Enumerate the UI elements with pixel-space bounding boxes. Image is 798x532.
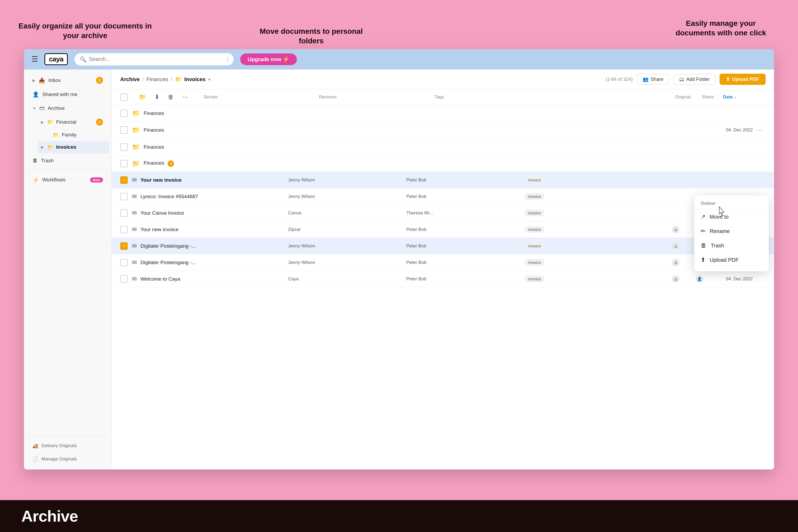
delete-icon[interactable]: 🗑 xyxy=(166,92,175,102)
row-checkbox-1[interactable] xyxy=(120,110,128,117)
bottom-bar: Archive xyxy=(0,500,798,532)
inbox-icon: 📥 xyxy=(39,77,45,83)
doc-icon: 📄 xyxy=(33,456,38,462)
context-menu-item-trash[interactable]: 🗑 Trash xyxy=(694,238,769,253)
more-options-icon[interactable]: ⋯ xyxy=(180,92,190,102)
table-row[interactable]: 📁 Finances 04. Dec 2022 ⋯ xyxy=(112,121,774,139)
row-original-10: 🖨 xyxy=(662,259,689,266)
select-all-checkbox[interactable] xyxy=(120,93,128,101)
table-row[interactable]: ✓ ✉ Digitaler Posteingang -... Jenny Wil… xyxy=(112,238,774,254)
row-checkbox-8[interactable] xyxy=(120,226,128,233)
sidebar-item-archive[interactable]: ▼ 🗃 Archive xyxy=(26,102,109,114)
row-receiver-5: Peter Bob xyxy=(406,177,525,183)
trash-icon: 🗑 xyxy=(33,157,38,164)
breadcrumb-chevron[interactable]: ▾ xyxy=(208,77,210,82)
sidebar-item-workflows[interactable]: ⚡ Workflows Beta xyxy=(26,173,109,186)
sidebar-item-invoices[interactable]: ▶ 📁 Invoices xyxy=(38,141,109,153)
col-date[interactable]: Date ↓ xyxy=(723,94,765,100)
context-menu-item-upload[interactable]: ⬆ Upload PDF xyxy=(694,253,769,267)
row-original-11: 🖨 xyxy=(662,275,689,283)
sidebar-item-delivery[interactable]: 🚚 Delivery Originals xyxy=(26,440,109,452)
row-tags-8: Invoice xyxy=(525,226,623,233)
context-menu-item-rename[interactable]: ✏ Rename xyxy=(694,224,769,238)
row-checkbox-5[interactable]: ✓ xyxy=(120,176,128,184)
table-row[interactable]: ✉ Your Canva Invoice Canva Theresa Wi...… xyxy=(112,205,774,221)
row-checkbox-9[interactable]: ✓ xyxy=(120,242,128,250)
row-tags-10: Invoice xyxy=(525,259,623,266)
sidebar-archive-children: ▶ 📁 Financial 2 📁 Family ▶ 📁 Invoices xyxy=(24,115,111,153)
menu-icon[interactable]: ☰ xyxy=(32,55,38,63)
table-row[interactable]: ✉ Welcome to Caya Caya Peter Bob Invoice… xyxy=(112,271,774,287)
sidebar-divider xyxy=(28,170,107,170)
row-name-2: Finances xyxy=(144,127,290,133)
breadcrumb-invoices[interactable]: Invoices xyxy=(184,76,206,82)
sidebar-item-manage[interactable]: 📄 Manage Originals xyxy=(26,453,109,465)
column-headers: Sender Receiver Tags Original Share Date… xyxy=(204,94,765,100)
row-name-9: Digitaler Posteingang -... xyxy=(140,243,288,249)
upgrade-button[interactable]: Upgrade now ⚡ xyxy=(240,54,297,65)
context-menu-label-upload: Upload PDF xyxy=(710,257,739,263)
share-icon-11: 👤 xyxy=(696,275,703,283)
envelope-icon-10: ✉ xyxy=(132,259,137,266)
sidebar-item-trash[interactable]: 🗑 Trash xyxy=(26,154,109,167)
chevron-down-icon: ▼ xyxy=(33,106,36,110)
table-row[interactable]: ✓ ✉ Your new invoice Jenny Wilson Peter … xyxy=(112,172,774,188)
shared-icon: 👤 xyxy=(33,91,39,98)
share-button[interactable]: 👥 Share xyxy=(637,74,669,84)
context-menu-item-move[interactable]: ↗ Move to xyxy=(694,210,769,224)
download-icon[interactable]: ⬇ xyxy=(153,92,161,102)
sidebar-label-family: Family xyxy=(62,132,77,138)
sidebar-label-inbox: Inbox xyxy=(49,77,61,83)
breadcrumb: Archive / Finances / 📁 Invoices ▾ xyxy=(120,76,210,82)
table-row[interactable]: ✉ Your new invoice Zipcar Peter Bob Invo… xyxy=(112,221,774,238)
context-menu-label-rename: Rename xyxy=(710,228,730,234)
search-input[interactable] xyxy=(89,56,224,62)
row-name-1: Finances xyxy=(144,110,290,116)
tag-10: Invoice xyxy=(525,259,545,266)
col-sender: Sender xyxy=(204,94,319,100)
upload-pdf-button[interactable]: ⬆ Upload PDF xyxy=(720,74,765,85)
envelope-icon-5: ✉ xyxy=(132,177,137,184)
sidebar-item-family[interactable]: 📁 Family xyxy=(38,129,109,141)
row-checkbox-6[interactable] xyxy=(120,193,128,200)
breadcrumb-finances[interactable]: Finances xyxy=(147,76,168,82)
context-menu-header: Ordner xyxy=(694,200,769,210)
breadcrumb-archive[interactable]: Archive xyxy=(120,76,140,82)
row-name-6: Lyreco: Invoice #5544687 xyxy=(140,194,288,200)
row-more-2[interactable]: ⋯ xyxy=(753,125,765,135)
row-checkbox-3[interactable] xyxy=(120,144,128,151)
table-row[interactable]: 📁 Finances xyxy=(112,139,774,155)
annotation-center: Move documents to personal folders xyxy=(250,26,373,46)
tag-5: Invoice xyxy=(525,177,545,183)
table-row[interactable]: 📁 Finances xyxy=(112,105,774,121)
move-to-folder-icon[interactable]: 📁 xyxy=(137,92,148,102)
add-folder-icon: 🗂 xyxy=(679,76,684,82)
table-row[interactable]: ✉ Lyreco: Invoice #5544687 Jenny Wilson … xyxy=(112,188,774,205)
more-button-2[interactable]: ⋯ xyxy=(755,125,763,135)
row-name-5: Your new invoice xyxy=(140,177,288,183)
row-receiver-9: Peter Bob xyxy=(406,243,525,249)
sidebar-item-shared[interactable]: 👤 Shared with me xyxy=(26,88,109,101)
row-checkbox-7[interactable] xyxy=(120,209,128,217)
row-receiver-7: Theresa Wi... xyxy=(406,210,525,216)
trash-icon-menu: 🗑 xyxy=(701,242,706,249)
row-tags-7: Invoice xyxy=(525,210,623,216)
add-folder-button[interactable]: 🗂 Add Folder xyxy=(673,74,715,85)
folder-icon-2: 📁 xyxy=(132,126,140,134)
chevron-right-icon: ▶ xyxy=(33,78,35,82)
row-checkbox-10[interactable] xyxy=(120,259,128,266)
row-checkbox-11[interactable] xyxy=(120,275,128,283)
row-name-8: Your new invoice xyxy=(140,227,288,232)
sidebar-item-financial[interactable]: ▶ 📁 Financial 2 xyxy=(38,115,109,129)
col-original: Original xyxy=(675,94,702,100)
row-checkbox-4[interactable] xyxy=(120,160,128,167)
col-tags: Tags xyxy=(434,94,531,100)
table-row[interactable]: ✉ Digitaler Posteingang -... Jenny Wilso… xyxy=(112,254,774,271)
envelope-icon-9: ✉ xyxy=(132,243,137,249)
sidebar-item-inbox[interactable]: ▶ 📥 Inbox 2 xyxy=(26,74,109,87)
row-checkbox-2[interactable] xyxy=(120,126,128,134)
row-receiver-10: Peter Bob xyxy=(406,260,525,265)
table-row[interactable]: 📁 Finances 2 xyxy=(112,155,774,172)
row-tags-9: Invoice xyxy=(525,243,623,249)
inbox-badge: 2 xyxy=(96,77,103,84)
